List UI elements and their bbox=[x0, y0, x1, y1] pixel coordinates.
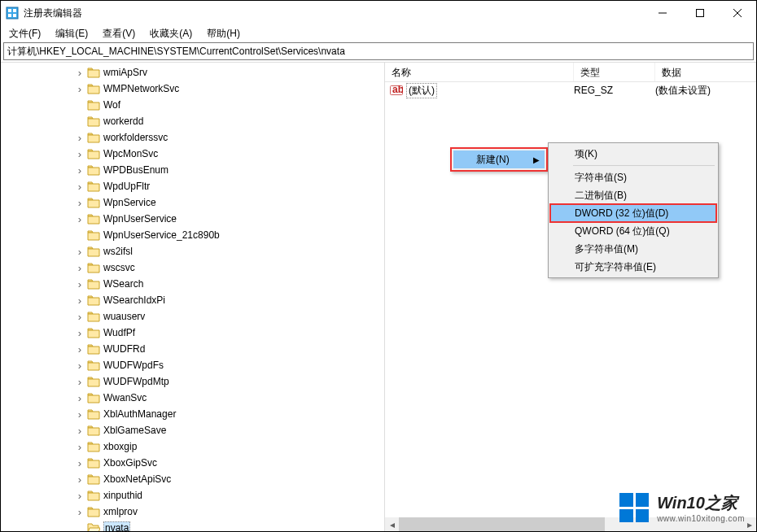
folder-icon bbox=[87, 343, 100, 355]
tree-item[interactable]: ›WpcMonSvc bbox=[1, 146, 384, 162]
address-path: 计算机\HKEY_LOCAL_MACHINE\SYSTEM\CurrentCon… bbox=[7, 45, 345, 59]
tree-item[interactable]: ›xmlprov bbox=[1, 504, 384, 520]
expand-toggle-icon[interactable]: › bbox=[74, 278, 85, 290]
expand-toggle-icon[interactable]: › bbox=[74, 148, 85, 159]
close-button[interactable] bbox=[719, 1, 756, 25]
tree-item-label: WMPNetworkSvc bbox=[103, 83, 179, 94]
expand-toggle-icon[interactable]: › bbox=[74, 83, 85, 94]
expand-toggle-icon[interactable]: › bbox=[74, 441, 85, 452]
tree-item[interactable]: ›XblAuthManager bbox=[1, 406, 384, 422]
submenu-arrow-icon: ▶ bbox=[533, 155, 540, 164]
ctx-new-string[interactable]: 字符串值(S) bbox=[550, 168, 716, 186]
ctx-new-dword[interactable]: DWORD (32 位)值(D) bbox=[550, 204, 716, 222]
expand-toggle-icon[interactable]: › bbox=[74, 376, 85, 387]
expand-toggle-icon bbox=[74, 99, 85, 111]
svg-rect-4 bbox=[13, 14, 16, 17]
tree-item-label: WUDFWpdFs bbox=[103, 360, 164, 371]
expand-toggle-icon[interactable]: › bbox=[74, 67, 85, 78]
minimize-button[interactable] bbox=[644, 1, 681, 25]
tree-item-label: xinputhid bbox=[103, 490, 142, 501]
maximize-button[interactable] bbox=[681, 1, 719, 25]
menu-help[interactable]: 帮助(H) bbox=[200, 25, 247, 42]
tree-item[interactable]: ›WMPNetworkSvc bbox=[1, 81, 384, 97]
expand-toggle-icon[interactable]: › bbox=[74, 360, 85, 371]
tree-item[interactable]: ›ws2ifsl bbox=[1, 243, 384, 259]
expand-toggle-icon[interactable]: › bbox=[74, 294, 85, 306]
tree-item[interactable]: ›XboxNetApiSvc bbox=[1, 471, 384, 487]
tree-item[interactable]: ›WpdUpFltr bbox=[1, 178, 384, 194]
expand-toggle-icon[interactable]: › bbox=[74, 457, 85, 469]
folder-icon bbox=[87, 246, 100, 257]
expand-toggle-icon bbox=[74, 522, 85, 531]
tree-item[interactable]: ›xinputhid bbox=[1, 487, 384, 504]
tree-item[interactable]: Wof bbox=[1, 97, 384, 113]
tree-item[interactable]: ›WudfPf bbox=[1, 325, 384, 341]
tree-item[interactable]: ›WSearch bbox=[1, 276, 384, 292]
tree-item-label: XblGameSave bbox=[103, 425, 166, 436]
col-header-data[interactable]: 数据 bbox=[655, 63, 756, 81]
tree-item[interactable]: ›XboxGipSvc bbox=[1, 455, 384, 471]
tree-item[interactable]: ›XblGameSave bbox=[1, 422, 384, 438]
value-type: REG_SZ bbox=[574, 85, 655, 96]
tree-item[interactable]: ›WSearchIdxPi bbox=[1, 292, 384, 308]
context-menu-new-submenu: 项(K) 字符串值(S) 二进制值(B) DWORD (32 位)值(D) QW… bbox=[548, 142, 719, 278]
folder-icon bbox=[87, 425, 100, 436]
menu-edit[interactable]: 编辑(E) bbox=[49, 25, 94, 42]
tree-item[interactable]: ›WpnService bbox=[1, 194, 384, 211]
tree-item[interactable]: ›WUDFWpdMtp bbox=[1, 373, 384, 390]
expand-toggle-icon[interactable]: › bbox=[74, 181, 85, 192]
value-list-pane[interactable]: 名称 类型 数据 ab (默认) REG_SZ (数值未设置) ◂ ▸ bbox=[385, 63, 756, 531]
ctx-new-dword-label: DWORD (32 位)值(D) bbox=[575, 207, 668, 220]
ctx-new-multistring[interactable]: 多字符串值(M) bbox=[550, 240, 716, 258]
tree-item[interactable]: nvata bbox=[1, 520, 384, 531]
tree-item[interactable]: WpnUserService_21c890b bbox=[1, 227, 384, 243]
list-row[interactable]: ab (默认) REG_SZ (数值未设置) bbox=[385, 82, 756, 98]
expand-toggle-icon[interactable]: › bbox=[74, 213, 85, 225]
address-bar[interactable]: 计算机\HKEY_LOCAL_MACHINE\SYSTEM\CurrentCon… bbox=[3, 42, 754, 60]
tree-item[interactable]: ›xboxgip bbox=[1, 438, 384, 455]
ctx-new-qword-label: QWORD (64 位)值(Q) bbox=[575, 225, 670, 238]
tree-item-label: wuauserv bbox=[103, 311, 145, 322]
tree-item-label: workfolderssvc bbox=[103, 132, 168, 143]
folder-icon bbox=[87, 213, 100, 225]
menu-file[interactable]: 文件(F) bbox=[2, 25, 47, 42]
expand-toggle-icon[interactable]: › bbox=[74, 392, 85, 403]
expand-toggle-icon[interactable]: › bbox=[74, 246, 85, 257]
ctx-new-qword[interactable]: QWORD (64 位)值(Q) bbox=[550, 222, 716, 240]
tree-item[interactable]: ›wuauserv bbox=[1, 308, 384, 325]
expand-toggle-icon[interactable]: › bbox=[74, 132, 85, 143]
ctx-new[interactable]: 新建(N) ▶ bbox=[453, 150, 545, 168]
expand-toggle-icon[interactable]: › bbox=[74, 408, 85, 420]
menu-favorites[interactable]: 收藏夹(A) bbox=[143, 25, 199, 42]
tree-item[interactable]: ›WwanSvc bbox=[1, 390, 384, 406]
tree-item[interactable]: ›WPDBusEnum bbox=[1, 162, 384, 178]
scroll-thumb[interactable] bbox=[399, 517, 605, 531]
col-header-type[interactable]: 类型 bbox=[574, 63, 655, 81]
ctx-new-expandstring[interactable]: 可扩充字符串值(E) bbox=[550, 258, 716, 276]
expand-toggle-icon[interactable]: › bbox=[74, 262, 85, 273]
expand-toggle-icon[interactable]: › bbox=[74, 327, 85, 338]
tree-item[interactable]: ›wscsvc bbox=[1, 259, 384, 276]
expand-toggle-icon[interactable]: › bbox=[74, 343, 85, 355]
ctx-new-binary-label: 二进制值(B) bbox=[575, 189, 627, 203]
tree-item[interactable]: ›WUDFWpdFs bbox=[1, 357, 384, 373]
tree-item[interactable]: ›WpnUserService bbox=[1, 211, 384, 227]
menu-view[interactable]: 查看(V) bbox=[96, 25, 142, 42]
ctx-new-binary[interactable]: 二进制值(B) bbox=[550, 186, 716, 204]
tree-item[interactable]: ›wmiApSrv bbox=[1, 64, 384, 81]
ctx-new-key[interactable]: 项(K) bbox=[550, 145, 716, 163]
expand-toggle-icon[interactable]: › bbox=[74, 311, 85, 322]
expand-toggle-icon[interactable]: › bbox=[74, 197, 85, 208]
expand-toggle-icon[interactable]: › bbox=[74, 425, 85, 436]
tree-item-label: workerdd bbox=[103, 116, 143, 127]
tree-item[interactable]: ›WUDFRd bbox=[1, 341, 384, 357]
expand-toggle-icon[interactable]: › bbox=[74, 490, 85, 501]
expand-toggle-icon[interactable]: › bbox=[74, 473, 85, 485]
tree-item[interactable]: ›workfolderssvc bbox=[1, 129, 384, 146]
col-header-name[interactable]: 名称 bbox=[385, 63, 574, 81]
expand-toggle-icon[interactable]: › bbox=[74, 164, 85, 176]
expand-toggle-icon[interactable]: › bbox=[74, 506, 85, 517]
scroll-left-icon[interactable]: ◂ bbox=[385, 517, 399, 531]
tree-item[interactable]: workerdd bbox=[1, 113, 384, 129]
tree-pane[interactable]: ›wmiApSrv›WMPNetworkSvcWofworkerdd›workf… bbox=[1, 63, 385, 531]
